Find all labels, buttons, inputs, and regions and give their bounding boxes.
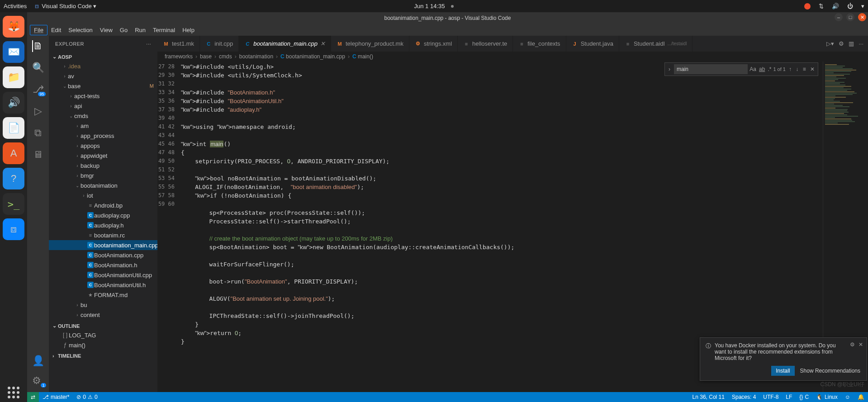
find-toggle-replace[interactable]: › [667, 66, 672, 72]
status-notifications-icon[interactable]: 🔔 [854, 394, 868, 400]
project-root[interactable]: ⌄AOSP [49, 52, 157, 61]
file-format-md[interactable]: ★FORMAT.md [49, 290, 157, 300]
tab-student-aidl[interactable]: ≡Student.aidl.../testaidl [619, 36, 693, 52]
folder-cmds[interactable]: ⌄cmds [49, 111, 157, 121]
file-bootanimation-cpp[interactable]: CBootAnimation.cpp [49, 250, 157, 260]
explorer-more-icon[interactable]: ··· [146, 41, 151, 47]
folder-content[interactable]: ›content [49, 310, 157, 320]
tab-strings-xml[interactable]: ⚙strings.xml [409, 36, 458, 52]
breadcrumb-item[interactable]: base [200, 53, 212, 60]
system-menu-chevron[interactable]: ▾ [861, 3, 864, 9]
settings-icon[interactable]: ⚙ [839, 40, 844, 47]
timeline-section[interactable]: ›TIMELINE [49, 352, 157, 360]
file-bootanimation-h[interactable]: CBootAnimation.h [49, 260, 157, 270]
activity-account[interactable]: 👤 [32, 355, 44, 367]
dock-vscode[interactable]: ⧈ [3, 218, 24, 240]
menu-terminal[interactable]: Terminal [149, 25, 179, 35]
network-icon[interactable]: ⇅ [819, 3, 824, 9]
folder-api[interactable]: ›api [49, 101, 157, 111]
file-bootanimationutil-h[interactable]: CBootAnimationUtil.h [49, 280, 157, 290]
folder-bmgr[interactable]: ›bmgr [49, 170, 157, 180]
folder-base[interactable]: ⌄baseM [49, 81, 157, 91]
status-encoding[interactable]: UTF-8 [759, 394, 782, 400]
find-next-icon[interactable]: ↓ [794, 66, 800, 72]
folder-apct-tests[interactable]: ›apct-tests [49, 91, 157, 101]
match-word-icon[interactable]: ab [759, 66, 765, 72]
folder-av[interactable]: ›av [49, 71, 157, 81]
split-editor-icon[interactable]: ▥ [849, 40, 854, 47]
folder--idea[interactable]: ›.idea [49, 61, 157, 71]
folder-appwidget[interactable]: ›appwidget [49, 151, 157, 161]
status-cursor-position[interactable]: Ln 36, Col 11 [689, 394, 728, 400]
dock-show-apps[interactable] [8, 387, 19, 398]
status-problems[interactable]: ⊘ 0 ⚠ 0 [73, 394, 101, 400]
install-button[interactable]: Install [771, 366, 794, 376]
folder-app-process[interactable]: ›app_process [49, 131, 157, 141]
window-minimize-button[interactable]: – [835, 13, 843, 21]
show-recommendations-button[interactable]: Show Recommendations [799, 366, 861, 376]
activity-explorer[interactable]: 🗎 [32, 40, 43, 52]
file-android-bp[interactable]: ≡Android.bp [49, 200, 157, 210]
dock-software[interactable]: A [3, 142, 24, 164]
menu-run[interactable]: Run [131, 25, 149, 35]
folder-bu[interactable]: ›bu [49, 300, 157, 310]
regex-icon[interactable]: .* [768, 66, 771, 72]
status-language[interactable]: {} C [796, 394, 812, 400]
tab-init-cpp[interactable]: Cinit.cpp [200, 36, 239, 52]
menu-file[interactable]: File [30, 25, 47, 35]
breadcrumb-item[interactable]: C main() [352, 53, 373, 60]
breadcrumb[interactable]: frameworks›base›cmds›bootanimation›C boo… [157, 52, 868, 61]
power-icon[interactable]: ⏻ [847, 3, 853, 9]
activity-debug[interactable]: ▷ [34, 105, 42, 117]
notification-settings-icon[interactable]: ⚙ [850, 341, 855, 348]
app-menu[interactable]: ⧈Visual Studio Code ▾ [35, 2, 96, 10]
activities-button[interactable]: Activities [4, 3, 27, 9]
menu-edit[interactable]: Edit [47, 25, 65, 35]
dock-rhythmbox[interactable]: 🔊 [3, 92, 24, 114]
window-maximize-button[interactable]: □ [846, 13, 854, 21]
status-branch[interactable]: ⎇ master* [39, 394, 73, 400]
tab-file-contexts[interactable]: ≡file_contexts [513, 36, 566, 52]
activity-remote[interactable]: 🖥 [33, 149, 43, 161]
menu-go[interactable]: Go [116, 25, 131, 35]
tab-helloserver-te[interactable]: ≡helloserver.te [458, 36, 513, 52]
activity-settings[interactable]: ⚙1 [32, 375, 44, 387]
find-input[interactable] [674, 64, 748, 74]
outline-log-tag[interactable]: [ ]LOG_TAG [49, 330, 157, 340]
notification-indicator[interactable] [804, 3, 811, 9]
menu-help[interactable]: Help [179, 25, 198, 35]
folder-bootanimation[interactable]: ⌄bootanimation [49, 180, 157, 190]
tab-student-java[interactable]: JStudent.java [566, 36, 619, 52]
find-close-icon[interactable]: ✕ [809, 66, 816, 72]
folder-appops[interactable]: ›appops [49, 141, 157, 151]
status-remote[interactable]: ⇄ [27, 392, 39, 402]
breadcrumb-item[interactable]: cmds [219, 53, 232, 60]
tab-telephony-product-mk[interactable]: Mtelephony_product.mk [331, 36, 409, 52]
dock-thunderbird[interactable]: ✉️ [3, 41, 24, 63]
file-bootanimation-main-cpp[interactable]: Cbootanimation_main.cpp [49, 240, 157, 250]
dock-libreoffice[interactable]: 📄 [3, 117, 24, 139]
status-os[interactable]: 🐧 Linux [812, 394, 841, 400]
status-indentation[interactable]: Spaces: 4 [728, 394, 759, 400]
dock-help[interactable]: ? [3, 168, 24, 189]
breadcrumb-item[interactable]: bootanimation [239, 53, 273, 60]
outline-main--[interactable]: ƒmain() [49, 340, 157, 350]
status-feedback-icon[interactable]: ☺ [841, 394, 854, 400]
file-bootanimationutil-cpp[interactable]: CBootAnimationUtil.cpp [49, 270, 157, 280]
run-last-icon[interactable]: ▷▾ [826, 40, 834, 47]
file-bootanim-rc[interactable]: ≡bootanim.rc [49, 230, 157, 240]
file-audioplay-h[interactable]: Caudioplay.h [49, 220, 157, 230]
volume-icon[interactable]: 🔊 [832, 3, 839, 9]
find-prev-icon[interactable]: ↑ [787, 66, 793, 72]
activity-search[interactable]: 🔍 [32, 62, 44, 74]
folder-iot[interactable]: ›iot [49, 190, 157, 200]
tab-close-icon[interactable]: ✕ [320, 40, 325, 47]
activity-extensions[interactable]: ⧉ [34, 127, 42, 139]
breadcrumb-item[interactable]: C bootanimation_main.cpp [280, 53, 345, 60]
window-close-button[interactable]: ✕ [858, 13, 866, 21]
breadcrumb-item[interactable]: frameworks [165, 53, 193, 60]
status-eol[interactable]: LF [782, 394, 796, 400]
menu-selection[interactable]: Selection [65, 25, 96, 35]
outline-section[interactable]: ⌄OUTLINE [49, 322, 157, 330]
activity-scm[interactable]: ⎇95 [33, 84, 44, 95]
